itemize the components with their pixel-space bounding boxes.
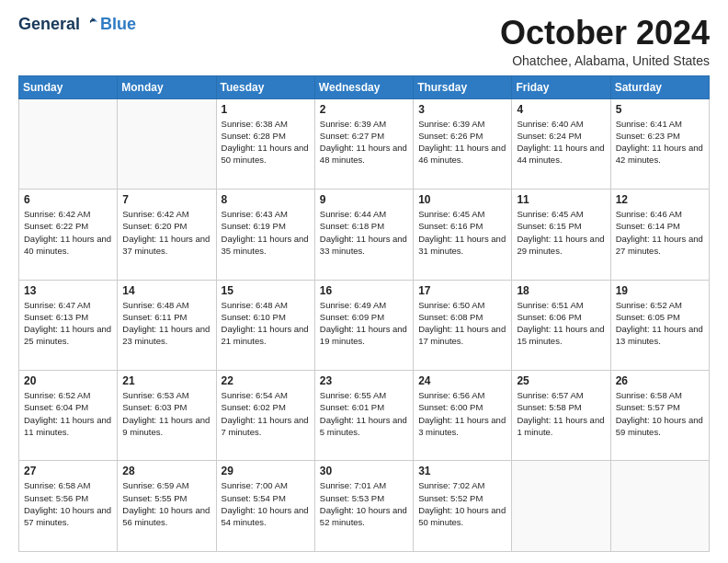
- calendar-cell: 31Sunrise: 7:02 AM Sunset: 5:52 PM Dayli…: [414, 461, 512, 552]
- day-number: 27: [24, 465, 112, 477]
- calendar-cell: 26Sunrise: 6:58 AM Sunset: 5:57 PM Dayli…: [610, 371, 709, 461]
- cell-details: Sunrise: 6:51 AM Sunset: 6:06 PM Dayligh…: [517, 299, 605, 348]
- logo-general-text: General: [18, 16, 80, 32]
- calendar-page: General Blue October 2024 Ohatchee, Alab…: [0, 0, 728, 563]
- day-number: 1: [222, 103, 310, 116]
- page-header: General Blue October 2024 Ohatchee, Alab…: [18, 15, 710, 68]
- calendar-cell: 17Sunrise: 6:50 AM Sunset: 6:08 PM Dayli…: [414, 280, 512, 370]
- day-number: 21: [122, 374, 210, 387]
- cell-details: Sunrise: 6:58 AM Sunset: 5:57 PM Dayligh…: [616, 389, 704, 438]
- cell-details: Sunrise: 6:58 AM Sunset: 5:56 PM Dayligh…: [24, 479, 112, 528]
- title-block: October 2024 Ohatchee, Alabama, United S…: [500, 15, 710, 68]
- calendar-cell: 22Sunrise: 6:54 AM Sunset: 6:02 PM Dayli…: [216, 371, 314, 461]
- day-of-week-header: Saturday: [610, 75, 709, 98]
- day-number: 13: [24, 284, 112, 297]
- day-number: 10: [418, 193, 506, 206]
- calendar-cell: 19Sunrise: 6:52 AM Sunset: 6:05 PM Dayli…: [610, 280, 709, 370]
- cell-details: Sunrise: 6:39 AM Sunset: 6:27 PM Dayligh…: [320, 118, 408, 167]
- day-number: 8: [222, 193, 310, 206]
- cell-details: Sunrise: 6:50 AM Sunset: 6:08 PM Dayligh…: [418, 299, 506, 348]
- day-of-week-header: Thursday: [414, 75, 512, 98]
- logo-bird-icon: [82, 15, 100, 33]
- cell-details: Sunrise: 6:44 AM Sunset: 6:18 PM Dayligh…: [320, 208, 408, 257]
- cell-details: Sunrise: 7:01 AM Sunset: 5:53 PM Dayligh…: [320, 479, 408, 528]
- logo-blue-text: Blue: [100, 16, 136, 32]
- calendar-cell: 2Sunrise: 6:39 AM Sunset: 6:27 PM Daylig…: [314, 98, 413, 189]
- calendar-week-row: 1Sunrise: 6:38 AM Sunset: 6:28 PM Daylig…: [19, 98, 710, 189]
- day-number: 12: [616, 193, 704, 206]
- calendar-cell: [118, 98, 216, 189]
- cell-details: Sunrise: 6:52 AM Sunset: 6:05 PM Dayligh…: [616, 299, 704, 348]
- day-number: 7: [122, 193, 210, 206]
- calendar-cell: [512, 461, 610, 552]
- calendar-cell: [610, 461, 709, 552]
- day-of-week-header: Wednesday: [314, 75, 413, 98]
- day-number: 28: [122, 465, 210, 477]
- cell-details: Sunrise: 6:54 AM Sunset: 6:02 PM Dayligh…: [222, 389, 310, 438]
- day-number: 9: [320, 193, 408, 206]
- cell-details: Sunrise: 6:43 AM Sunset: 6:19 PM Dayligh…: [222, 208, 310, 257]
- calendar-cell: 6Sunrise: 6:42 AM Sunset: 6:22 PM Daylig…: [19, 190, 118, 280]
- day-number: 2: [320, 103, 408, 116]
- day-number: 17: [418, 284, 506, 297]
- calendar-cell: 23Sunrise: 6:55 AM Sunset: 6:01 PM Dayli…: [314, 371, 413, 461]
- calendar-cell: 3Sunrise: 6:39 AM Sunset: 6:26 PM Daylig…: [414, 98, 512, 189]
- day-number: 22: [222, 374, 310, 387]
- cell-details: Sunrise: 6:49 AM Sunset: 6:09 PM Dayligh…: [320, 299, 408, 348]
- cell-details: Sunrise: 6:47 AM Sunset: 6:13 PM Dayligh…: [24, 299, 112, 348]
- day-of-week-header: Tuesday: [216, 75, 314, 98]
- calendar-cell: 20Sunrise: 6:52 AM Sunset: 6:04 PM Dayli…: [19, 371, 118, 461]
- day-of-week-header: Friday: [512, 75, 610, 98]
- cell-details: Sunrise: 6:42 AM Sunset: 6:22 PM Dayligh…: [24, 208, 112, 257]
- cell-details: Sunrise: 6:41 AM Sunset: 6:23 PM Dayligh…: [616, 118, 704, 167]
- day-number: 31: [418, 465, 506, 477]
- month-title: October 2024: [500, 15, 710, 52]
- day-number: 23: [320, 374, 408, 387]
- cell-details: Sunrise: 6:45 AM Sunset: 6:15 PM Dayligh…: [517, 208, 605, 257]
- day-number: 19: [616, 284, 704, 297]
- day-number: 5: [616, 103, 704, 116]
- day-number: 18: [517, 284, 605, 297]
- cell-details: Sunrise: 6:39 AM Sunset: 6:26 PM Dayligh…: [418, 118, 506, 167]
- logo: General Blue: [18, 15, 136, 33]
- calendar-cell: 18Sunrise: 6:51 AM Sunset: 6:06 PM Dayli…: [512, 280, 610, 370]
- day-number: 20: [24, 374, 112, 387]
- calendar-table: SundayMondayTuesdayWednesdayThursdayFrid…: [18, 75, 710, 552]
- cell-details: Sunrise: 6:55 AM Sunset: 6:01 PM Dayligh…: [320, 389, 408, 438]
- calendar-cell: 30Sunrise: 7:01 AM Sunset: 5:53 PM Dayli…: [314, 461, 413, 552]
- day-number: 6: [24, 193, 112, 206]
- cell-details: Sunrise: 6:48 AM Sunset: 6:11 PM Dayligh…: [122, 299, 210, 348]
- calendar-cell: 24Sunrise: 6:56 AM Sunset: 6:00 PM Dayli…: [414, 371, 512, 461]
- day-number: 15: [222, 284, 310, 297]
- day-number: 4: [517, 103, 605, 116]
- cell-details: Sunrise: 6:40 AM Sunset: 6:24 PM Dayligh…: [517, 118, 605, 167]
- cell-details: Sunrise: 6:53 AM Sunset: 6:03 PM Dayligh…: [122, 389, 210, 438]
- calendar-cell: 27Sunrise: 6:58 AM Sunset: 5:56 PM Dayli…: [19, 461, 118, 552]
- day-number: 26: [616, 374, 704, 387]
- calendar-week-row: 13Sunrise: 6:47 AM Sunset: 6:13 PM Dayli…: [19, 280, 710, 370]
- calendar-cell: 11Sunrise: 6:45 AM Sunset: 6:15 PM Dayli…: [512, 190, 610, 280]
- cell-details: Sunrise: 6:45 AM Sunset: 6:16 PM Dayligh…: [418, 208, 506, 257]
- day-number: 14: [122, 284, 210, 297]
- calendar-cell: 28Sunrise: 6:59 AM Sunset: 5:55 PM Dayli…: [118, 461, 216, 552]
- cell-details: Sunrise: 7:02 AM Sunset: 5:52 PM Dayligh…: [418, 479, 506, 528]
- cell-details: Sunrise: 6:46 AM Sunset: 6:14 PM Dayligh…: [616, 208, 704, 257]
- day-number: 30: [320, 465, 408, 477]
- cell-details: Sunrise: 6:56 AM Sunset: 6:00 PM Dayligh…: [418, 389, 506, 438]
- calendar-cell: 12Sunrise: 6:46 AM Sunset: 6:14 PM Dayli…: [610, 190, 709, 280]
- calendar-cell: 9Sunrise: 6:44 AM Sunset: 6:18 PM Daylig…: [314, 190, 413, 280]
- calendar-cell: 25Sunrise: 6:57 AM Sunset: 5:58 PM Dayli…: [512, 371, 610, 461]
- calendar-cell: [19, 98, 118, 189]
- day-number: 25: [517, 374, 605, 387]
- location-text: Ohatchee, Alabama, United States: [500, 53, 710, 68]
- calendar-cell: 10Sunrise: 6:45 AM Sunset: 6:16 PM Dayli…: [414, 190, 512, 280]
- day-number: 29: [222, 465, 310, 477]
- calendar-cell: 29Sunrise: 7:00 AM Sunset: 5:54 PM Dayli…: [216, 461, 314, 552]
- calendar-cell: 16Sunrise: 6:49 AM Sunset: 6:09 PM Dayli…: [314, 280, 413, 370]
- calendar-week-row: 27Sunrise: 6:58 AM Sunset: 5:56 PM Dayli…: [19, 461, 710, 552]
- cell-details: Sunrise: 6:57 AM Sunset: 5:58 PM Dayligh…: [517, 389, 605, 438]
- day-number: 16: [320, 284, 408, 297]
- cell-details: Sunrise: 6:52 AM Sunset: 6:04 PM Dayligh…: [24, 389, 112, 438]
- cell-details: Sunrise: 6:59 AM Sunset: 5:55 PM Dayligh…: [122, 479, 210, 528]
- calendar-cell: 14Sunrise: 6:48 AM Sunset: 6:11 PM Dayli…: [118, 280, 216, 370]
